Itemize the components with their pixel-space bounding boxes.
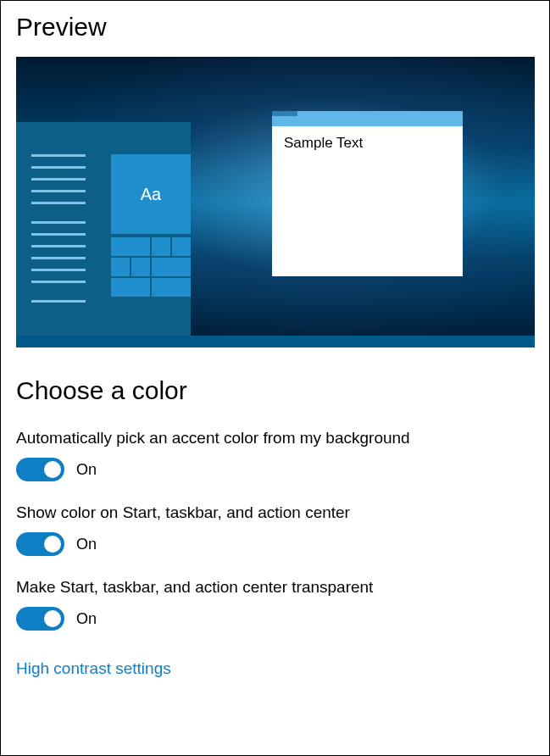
toggle-knob bbox=[44, 536, 61, 553]
transparent-state: On bbox=[76, 610, 97, 628]
toggle-knob bbox=[44, 610, 61, 627]
auto-accent-toggle[interactable] bbox=[16, 458, 64, 481]
show-color-label: Show color on Start, taskbar, and action… bbox=[16, 503, 534, 522]
show-color-state: On bbox=[76, 536, 97, 553]
preview-start-list bbox=[31, 154, 86, 320]
preview-taskbar bbox=[16, 336, 535, 347]
preview-sample-window: Sample Text bbox=[272, 111, 463, 276]
transparent-toggle[interactable] bbox=[16, 607, 64, 631]
preview-window-text: Sample Text bbox=[272, 126, 463, 160]
auto-accent-state: On bbox=[76, 461, 97, 479]
toggle-knob bbox=[44, 461, 61, 478]
high-contrast-link[interactable]: High contrast settings bbox=[16, 659, 171, 678]
transparent-label: Make Start, taskbar, and action center t… bbox=[16, 578, 534, 597]
preview-start-menu: Aa bbox=[16, 122, 191, 336]
auto-accent-label: Automatically pick an accent color from … bbox=[16, 429, 534, 447]
choose-color-heading: Choose a color bbox=[16, 376, 534, 405]
preview-box: Aa Sample Text bbox=[16, 57, 535, 347]
preview-window-titlebar bbox=[272, 111, 463, 126]
show-color-toggle[interactable] bbox=[16, 532, 64, 556]
preview-tiles-grid bbox=[111, 237, 191, 298]
preview-tile-large: Aa bbox=[111, 154, 191, 234]
preview-heading: Preview bbox=[16, 13, 534, 42]
